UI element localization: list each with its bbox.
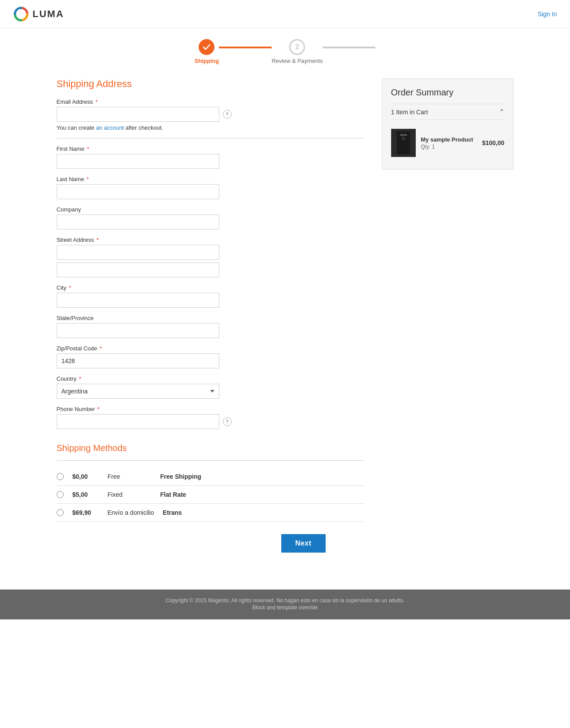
- last-name-group: Last Name *: [57, 176, 364, 199]
- shipping-method-row: $0,00 Free Free Shipping: [57, 468, 364, 486]
- methods-divider: [57, 460, 364, 461]
- shipping-method-row: $69,90 Envío a domicilio Etrans: [57, 504, 364, 522]
- phone-help-icon[interactable]: ?: [223, 417, 232, 426]
- street-group: Street Address *: [57, 237, 364, 277]
- email-help-icon[interactable]: ?: [223, 110, 232, 119]
- create-account-link[interactable]: an account: [96, 124, 124, 131]
- method-carrier: Flat Rate: [160, 491, 186, 498]
- step-connector: [219, 47, 272, 48]
- email-label: Email Address *: [57, 98, 364, 105]
- product-price: $100,00: [482, 139, 505, 146]
- method-price: $0,00: [73, 473, 99, 480]
- phone-group: Phone Number * ?: [57, 406, 364, 429]
- step-shipping: Shipping: [195, 39, 219, 64]
- form-divider-1: [57, 138, 364, 138]
- zip-input[interactable]: [57, 353, 219, 368]
- method-carrier: Free Shipping: [160, 473, 201, 480]
- last-name-label: Last Name *: [57, 176, 364, 182]
- phone-label: Phone Number *: [57, 406, 364, 412]
- order-summary-column: Order Summary 1 Item in Cart ⌃ My sample…: [382, 78, 514, 170]
- button-row: Next: [57, 534, 326, 553]
- step-shipping-label: Shipping: [195, 58, 219, 64]
- country-group: Country * Argentina United States United…: [57, 375, 364, 399]
- country-required: *: [79, 375, 81, 382]
- cart-toggle-row[interactable]: 1 Item in Cart ⌃: [391, 104, 505, 120]
- shipping-method-radio[interactable]: [57, 509, 64, 516]
- street-required: *: [96, 237, 98, 243]
- shipping-address-heading: Shipping Address: [57, 78, 364, 90]
- product-info: My sample Product Qty: 1: [421, 136, 477, 150]
- cart-chevron-up-icon[interactable]: ⌃: [499, 108, 505, 116]
- method-name: Fixed: [108, 491, 152, 498]
- email-input[interactable]: [57, 107, 219, 122]
- step-review-circle: 2: [289, 39, 305, 55]
- shipping-methods-list: $0,00 Free Free Shipping $5,00 Fixed Fla…: [57, 468, 364, 522]
- city-label: City *: [57, 284, 364, 291]
- product-name: My sample Product: [421, 136, 477, 143]
- footer-line1: Copyright © 2015 Magento. All rights res…: [8, 597, 562, 604]
- country-label: Country *: [57, 375, 364, 382]
- main-layout: Shipping Address Email Address * ? You c…: [44, 68, 527, 563]
- email-required: *: [95, 98, 98, 105]
- phone-input-row: ?: [57, 414, 364, 429]
- last-name-input[interactable]: [57, 184, 219, 199]
- country-select[interactable]: Argentina United States United Kingdom B…: [57, 384, 219, 399]
- phone-input[interactable]: [57, 414, 219, 429]
- city-required: *: [69, 284, 71, 291]
- zip-label: Zip/Postal Code *: [57, 345, 364, 352]
- first-name-label: First Name *: [57, 146, 364, 152]
- city-input[interactable]: [57, 293, 219, 308]
- product-thumbnail: [391, 129, 416, 157]
- email-group: Email Address * ? You can create an acco…: [57, 98, 364, 131]
- shipping-method-radio[interactable]: [57, 473, 64, 480]
- sign-in-link[interactable]: Sign In: [537, 11, 557, 18]
- footer-line2: Block and template override: [8, 604, 562, 611]
- first-name-input[interactable]: [57, 154, 219, 169]
- phone-required: *: [98, 406, 100, 412]
- product-thumb-inner: [397, 131, 410, 154]
- street-input-2[interactable]: [57, 262, 219, 277]
- step-shipping-circle: [199, 39, 214, 55]
- create-account-hint: You can create an account after checkout…: [57, 124, 364, 131]
- city-group: City *: [57, 284, 364, 308]
- site-footer: Copyright © 2015 Magento. All rights res…: [0, 590, 570, 619]
- order-summary-title: Order Summary: [391, 87, 505, 98]
- logo: LUMA: [13, 6, 64, 22]
- checkout-progress: Shipping 2 Review & Payments: [0, 29, 570, 68]
- next-button[interactable]: Next: [281, 534, 326, 553]
- zip-group: Zip/Postal Code *: [57, 345, 364, 368]
- state-label: State/Province: [57, 315, 364, 321]
- email-input-row: ?: [57, 107, 364, 122]
- street-input-1[interactable]: [57, 245, 219, 260]
- zip-required: *: [100, 345, 102, 352]
- method-name: Free: [108, 473, 152, 480]
- method-price: $69,90: [73, 509, 99, 516]
- logo-text: LUMA: [33, 8, 64, 20]
- site-header: LUMA Sign In: [0, 0, 570, 29]
- method-carrier: Etrans: [163, 509, 182, 516]
- company-input[interactable]: [57, 215, 219, 229]
- cart-item-row: My sample Product Qty: 1 $100,00: [391, 125, 505, 160]
- state-input[interactable]: [57, 323, 219, 338]
- luma-logo-icon: [13, 6, 29, 22]
- order-summary-box: Order Summary 1 Item in Cart ⌃ My sample…: [382, 78, 514, 170]
- method-price: $5,00: [73, 491, 99, 498]
- product-qty: Qty: 1: [421, 144, 477, 150]
- shipping-method-radio[interactable]: [57, 491, 64, 498]
- last-name-required: *: [87, 176, 89, 182]
- method-name: Envío a domicilio: [108, 509, 154, 516]
- step-review: 2 Review & Payments: [272, 39, 323, 64]
- shipping-methods-heading: Shipping Methods: [57, 443, 364, 453]
- cart-count-text: 1 Item in Cart: [391, 109, 428, 116]
- first-name-group: First Name *: [57, 146, 364, 169]
- state-group: State/Province: [57, 315, 364, 338]
- form-column: Shipping Address Email Address * ? You c…: [57, 78, 364, 553]
- street-label: Street Address *: [57, 237, 364, 243]
- company-group: Company: [57, 206, 364, 229]
- first-name-required: *: [87, 146, 89, 152]
- shipping-method-row: $5,00 Fixed Flat Rate: [57, 486, 364, 504]
- step-connector-2: [323, 47, 375, 48]
- company-label: Company: [57, 206, 364, 213]
- step-review-label: Review & Payments: [272, 58, 323, 64]
